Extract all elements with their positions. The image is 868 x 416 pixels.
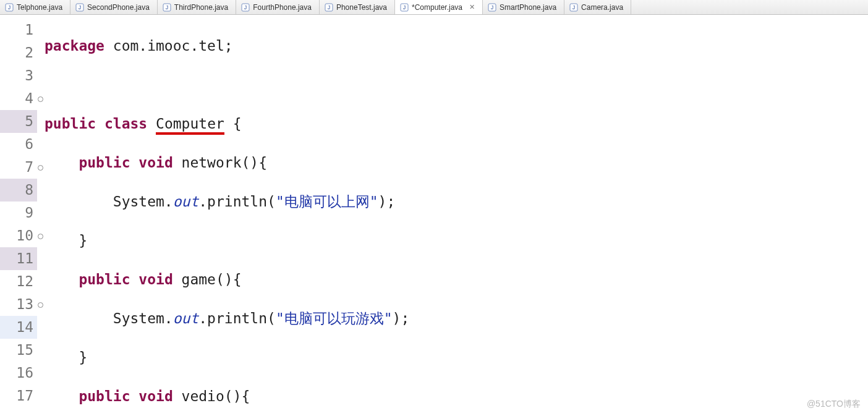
watermark: @51CTO博客: [807, 399, 861, 410]
tab-secondphone[interactable]: JSecondPhone.java: [70, 0, 158, 14]
code-line: public void network(){: [37, 151, 868, 174]
svg-text:J: J: [572, 4, 576, 11]
tab-computer[interactable]: J*Computer.java✕: [395, 0, 483, 14]
line-number: 3: [0, 64, 37, 87]
tab-bar: JTelphone.java JSecondPhone.java JThirdP…: [0, 0, 868, 15]
svg-text:J: J: [403, 4, 406, 11]
line-number: 11: [0, 247, 37, 270]
code-line: public void vedio(){: [37, 385, 868, 408]
code-line: }: [37, 229, 868, 252]
java-file-icon: J: [325, 3, 333, 12]
line-number: 8: [0, 179, 37, 202]
line-number: 15: [0, 339, 37, 362]
code-area[interactable]: package com.imooc.tel; public class Comp…: [37, 15, 868, 416]
code-line: public void game(){: [37, 268, 868, 291]
line-number: 2: [0, 41, 37, 64]
tab-label: ThirdPhone.java: [174, 3, 228, 12]
tab-label: FourthPhone.java: [253, 3, 312, 12]
java-file-icon: J: [163, 3, 171, 12]
code-line: [37, 74, 868, 96]
code-line: package com.imooc.tel;: [37, 35, 868, 57]
tab-label: *Computer.java: [412, 3, 462, 12]
line-number: 6: [0, 133, 37, 156]
line-number: 1: [0, 19, 37, 41]
line-number: 13: [0, 293, 37, 316]
close-icon[interactable]: ✕: [469, 3, 475, 11]
line-number: 16: [0, 362, 37, 384]
java-file-icon: J: [488, 3, 496, 12]
line-number: 4: [0, 87, 37, 110]
code-line: System.out.println("电脑可以上网");: [37, 190, 868, 213]
line-number: 14: [0, 316, 37, 339]
java-file-icon: J: [569, 3, 578, 12]
svg-text:J: J: [491, 4, 494, 11]
svg-text:J: J: [79, 4, 82, 11]
tab-label: SecondPhone.java: [87, 3, 150, 12]
tab-label: PhoneTest.java: [336, 3, 387, 12]
java-file-icon: J: [75, 3, 84, 12]
tab-label: SmartPhone.java: [500, 3, 556, 12]
line-number: 12: [0, 270, 37, 293]
tab-fourthphone[interactable]: JFourthPhone.java: [236, 0, 320, 14]
tab-label: Telphone.java: [17, 3, 62, 12]
class-name-underlined: Computer: [156, 116, 224, 135]
svg-text:J: J: [244, 4, 247, 11]
tab-smartphone[interactable]: JSmartPhone.java: [483, 0, 564, 14]
code-line: }: [37, 346, 868, 369]
code-line: public class Computer {: [37, 112, 868, 135]
svg-text:J: J: [328, 4, 331, 11]
java-file-icon: J: [400, 3, 409, 12]
svg-text:J: J: [166, 4, 169, 11]
line-number: 7: [0, 156, 37, 179]
tab-thirdphone[interactable]: JThirdPhone.java: [158, 0, 236, 14]
code-line: System.out.println("电脑可以玩游戏");: [37, 307, 868, 330]
tab-label: Camera.java: [581, 3, 623, 12]
line-number: 5: [0, 110, 37, 133]
tab-camera[interactable]: JCamera.java: [564, 0, 631, 14]
code-editor[interactable]: 1 2 3 4 5 6 7 8 9 10 11 12 13 14 15 16 1…: [0, 15, 868, 416]
tab-telphone[interactable]: JTelphone.java: [0, 0, 70, 14]
line-number: 9: [0, 202, 37, 224]
java-file-icon: J: [5, 3, 14, 12]
line-number: 17: [0, 384, 37, 407]
line-number-gutter: 1 2 3 4 5 6 7 8 9 10 11 12 13 14 15 16 1…: [0, 15, 37, 416]
line-number: 10: [0, 224, 37, 247]
svg-text:J: J: [8, 4, 11, 11]
tab-phonetest[interactable]: JPhoneTest.java: [320, 0, 395, 14]
java-file-icon: J: [241, 3, 250, 12]
